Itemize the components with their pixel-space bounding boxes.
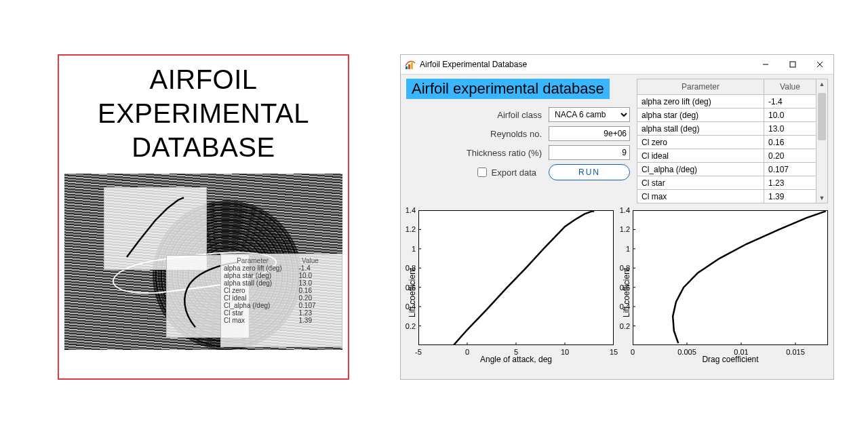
table-scrollbar[interactable]: ▲ ▼ — [816, 79, 828, 203]
table-row[interactable]: Cl_alpha (/deg)0.107 — [637, 163, 816, 176]
plot2-xlabel: Drag coefficient — [633, 345, 828, 375]
plot1-ylabel: Lift coefficient — [406, 210, 418, 375]
param-value: 1.39 — [764, 190, 816, 203]
table-row[interactable]: alpha stall (deg)13.0 — [637, 122, 816, 136]
svg-rect-1 — [408, 64, 410, 69]
param-value: 0.107 — [764, 163, 816, 176]
param-name: alpha star (deg) — [637, 108, 764, 122]
param-name: Cl_alpha (/deg) — [637, 163, 764, 176]
app-title: Airfoil experimental database — [406, 79, 610, 99]
minimize-button[interactable] — [752, 55, 779, 74]
thickness-input[interactable] — [549, 145, 630, 160]
param-name: Cl star — [637, 176, 764, 190]
param-name: Cl ideal — [637, 149, 764, 163]
param-value: 10.0 — [764, 108, 816, 122]
app-icon — [405, 59, 416, 70]
table-row[interactable]: Cl star1.23 — [637, 176, 816, 190]
export-data-label: Export data — [492, 167, 537, 178]
export-data-checkbox[interactable]: Export data — [475, 165, 537, 179]
scroll-up-icon[interactable]: ▲ — [816, 79, 827, 89]
maximize-button[interactable] — [779, 55, 806, 74]
svg-rect-4 — [790, 62, 795, 67]
parameters-table-wrap: Parameter Value alpha zero lift (deg)-1.… — [637, 79, 828, 203]
window-title: Airfoil Experimental Database — [420, 60, 752, 69]
promo-ghost-table: ParameterValue alpha zero lift (deg)-1.4… — [220, 254, 342, 347]
promo-image: ParameterValue alpha zero lift (deg)-1.4… — [64, 174, 342, 350]
plot1-xlabel: Angle of attack, deg — [418, 345, 614, 375]
promo-title-line: DATABASE — [64, 130, 342, 164]
param-value: 1.23 — [764, 176, 816, 190]
airfoil-class-label: Airfoil class — [497, 110, 542, 120]
reynolds-input[interactable] — [549, 126, 630, 141]
param-name: alpha zero lift (deg) — [637, 95, 764, 108]
titlebar: Airfoil Experimental Database — [401, 55, 833, 75]
plot2-ylabel: Lift coefficient — [620, 210, 633, 375]
table-row[interactable]: Cl max1.39 — [637, 190, 816, 203]
run-button[interactable]: RUN — [549, 164, 630, 180]
promo-title-line: EXPERIMENTAL — [64, 96, 342, 130]
param-name: Cl zero — [637, 136, 764, 149]
param-value: 0.20 — [764, 149, 816, 163]
airfoil-class-select[interactable]: NACA 6 camb — [549, 107, 630, 122]
table-header-param: Parameter — [637, 79, 764, 95]
table-row[interactable]: alpha zero lift (deg)-1.4 — [637, 95, 816, 108]
app-window: Airfoil Experimental Database Airfoil ex… — [400, 54, 834, 380]
promo-title: AIRFOIL EXPERIMENTAL DATABASE — [64, 62, 342, 164]
thickness-label: Thickness ratio (%) — [467, 148, 542, 158]
lift-vs-alpha-plot: Lift coefficient -50510150.20.40.60.811.… — [406, 210, 614, 375]
export-data-box[interactable] — [477, 167, 487, 177]
param-name: Cl max — [637, 190, 764, 203]
param-value: -1.4 — [764, 95, 816, 108]
close-button[interactable] — [806, 55, 833, 74]
promo-title-line: AIRFOIL — [64, 62, 342, 96]
scroll-down-icon[interactable]: ▼ — [816, 193, 827, 203]
param-value: 13.0 — [764, 122, 816, 136]
parameters-table: Parameter Value alpha zero lift (deg)-1.… — [637, 79, 816, 203]
reynolds-label: Reynolds no. — [490, 129, 542, 139]
lift-vs-drag-plot: Lift coefficient 00.0050.010.0150.20.40.… — [620, 210, 828, 375]
promo-card: AIRFOIL EXPERIMENTAL DATABASE ParameterV… — [58, 54, 349, 380]
param-value: 0.16 — [764, 136, 816, 149]
table-row[interactable]: Cl ideal0.20 — [637, 149, 816, 163]
svg-rect-0 — [406, 66, 408, 69]
scroll-thumb[interactable] — [818, 93, 826, 140]
param-name: alpha stall (deg) — [637, 122, 764, 136]
controls-panel: Airfoil experimental database Airfoil cl… — [406, 79, 630, 180]
table-header-value: Value — [764, 79, 816, 95]
table-row[interactable]: alpha star (deg)10.0 — [637, 108, 816, 122]
svg-rect-2 — [411, 62, 413, 69]
table-row[interactable]: Cl zero0.16 — [637, 136, 816, 149]
